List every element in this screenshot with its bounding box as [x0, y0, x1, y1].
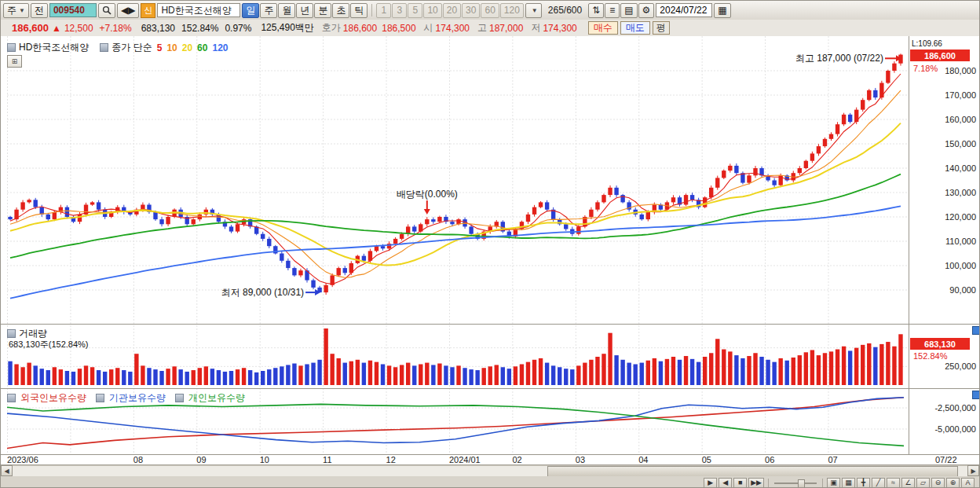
print-icon[interactable]: ▤: [620, 3, 637, 18]
holders-series-label: 개인보유수량: [188, 391, 245, 405]
svg-text:110,000: 110,000: [945, 237, 976, 246]
pane-icon: [175, 394, 184, 402]
scroll-right-button[interactable]: ▶: [967, 465, 979, 476]
price-pane-header: HD한국조선해양 종가 단순 5102060120: [7, 41, 228, 54]
open-price: 174,300: [436, 23, 470, 34]
speed-slider[interactable]: [773, 478, 818, 488]
svg-text:최저 89,000 (10/31): 최저 89,000 (10/31): [221, 287, 304, 298]
svg-text:08: 08: [133, 455, 143, 464]
calendar-button[interactable]: ▦: [714, 3, 730, 18]
period-button-초[interactable]: 초: [332, 3, 349, 18]
text-tool-button[interactable]: A: [961, 478, 975, 488]
stock-code-input[interactable]: [49, 3, 97, 17]
svg-text:-5,000,000: -5,000,000: [934, 424, 976, 434]
period-button-일[interactable]: 일: [242, 3, 259, 18]
zoom-in-button[interactable]: ⊕: [946, 478, 960, 488]
period-button-월[interactable]: 월: [278, 3, 295, 18]
svg-text:04: 04: [638, 455, 648, 464]
stock-prev-next-button[interactable]: ◀▶: [117, 3, 139, 18]
interval-button-20[interactable]: 20: [443, 3, 461, 18]
pane-icon: [7, 329, 16, 338]
svg-text:150,000: 150,000: [945, 139, 976, 149]
step-back-button[interactable]: ◀: [719, 478, 732, 488]
interval-dropdown[interactable]: ▼: [525, 3, 542, 18]
svg-text:2023/06: 2023/06: [7, 455, 38, 464]
search-icon: [102, 6, 112, 15]
svg-text:180,000: 180,000: [945, 66, 976, 75]
period-button-주[interactable]: 주: [260, 3, 277, 18]
pane-icon: [96, 394, 104, 402]
sell-button[interactable]: 매도: [620, 21, 650, 35]
zoom-out-button[interactable]: ⊖: [931, 478, 945, 488]
chart-title: HD한국조선해양: [19, 41, 89, 54]
svg-text:07: 07: [828, 455, 837, 464]
pane-icon: [100, 43, 108, 52]
date-input[interactable]: [656, 3, 712, 17]
high-price: 187,000: [489, 23, 523, 34]
holders-pane-expand-button[interactable]: [972, 391, 980, 399]
stop-button[interactable]: ■: [733, 478, 747, 488]
svg-text:-2,500,000: -2,500,000: [934, 403, 976, 413]
scrollbar-thumb[interactable]: [547, 466, 958, 477]
svg-text:120,000: 120,000: [945, 212, 976, 222]
volume-badge-pct: 152.84%: [913, 351, 947, 361]
new-window-icon[interactable]: ▣: [827, 478, 840, 488]
crosshair-tool-icon[interactable]: ╋: [857, 478, 870, 488]
buy-button[interactable]: 매수: [588, 21, 618, 35]
interval-button-10[interactable]: 10: [423, 3, 441, 18]
svg-text:250,000: 250,000: [945, 361, 976, 371]
divider: [768, 479, 769, 487]
shape-tool-icon[interactable]: ▱: [916, 478, 930, 488]
current-change-pct: 7.18%: [913, 64, 938, 73]
all-market-button[interactable]: 전: [31, 3, 48, 18]
trade-amount: 125,490백만: [261, 21, 313, 35]
tools-group: ▣▦╋╱≈∠▱⊖⊕A: [827, 478, 975, 488]
slider-handle[interactable]: [798, 479, 805, 488]
last-indicator-label: L:109.66: [912, 39, 942, 48]
calendar-icon: ▦: [718, 5, 726, 16]
price-change: 12,500: [64, 23, 93, 34]
scrollbar-track[interactable]: [13, 465, 967, 477]
play-button[interactable]: ▶: [704, 478, 717, 488]
gear-icon[interactable]: ⚙: [638, 3, 655, 18]
interval-button-30[interactable]: 30: [462, 3, 480, 18]
holders-series-label: 기관보유수량: [109, 391, 166, 405]
search-button[interactable]: [98, 3, 115, 18]
period-button-틱[interactable]: 틱: [350, 3, 368, 18]
svg-text:12: 12: [386, 455, 396, 464]
svg-text:09: 09: [196, 455, 206, 464]
edit-list-icon[interactable]: ≡: [605, 3, 620, 18]
ma-legend: 5102060120: [152, 42, 229, 53]
period-button-group: 일주월년분초틱: [242, 3, 368, 18]
stock-name-field: HD한국조선해양: [157, 3, 240, 17]
period-button-분[interactable]: 분: [314, 3, 331, 18]
ask-price: 186,600: [343, 23, 377, 34]
svg-text:11: 11: [323, 455, 331, 464]
fast-forward-button[interactable]: ▶▶: [748, 478, 764, 488]
type-combo[interactable]: 주 ▼: [3, 3, 29, 18]
volume-pane-expand-button[interactable]: [972, 326, 980, 335]
avg-button[interactable]: 평: [653, 21, 670, 35]
interval-button-3[interactable]: 3: [392, 3, 407, 18]
svg-text:배당락(0.00%): 배당락(0.00%): [397, 189, 458, 200]
chart-area: 180,000170,000160,000150,000140,000130,0…: [1, 36, 980, 464]
interval-button-120[interactable]: 120: [500, 3, 524, 18]
high-label: 고: [477, 21, 487, 35]
chart-grid-button[interactable]: ⊞: [7, 55, 22, 68]
chevron-down-icon: ▼: [19, 7, 25, 14]
wave-tool-icon[interactable]: ≈: [887, 478, 900, 488]
interval-button-1[interactable]: 1: [376, 3, 391, 18]
low-price: 174,300: [543, 23, 576, 34]
dual-window-icon[interactable]: ▦: [842, 478, 855, 488]
scroll-left-button[interactable]: ◀: [1, 465, 13, 476]
interval-button-5[interactable]: 5: [408, 3, 422, 18]
bottom-toolbar: ▶◀■▶▶ ▣▦╋╱≈∠▱⊖⊕A: [1, 476, 979, 488]
trendline-tool-icon[interactable]: ╱: [872, 478, 885, 488]
toolbar-icon-group: ⇅≡▤⚙: [588, 3, 654, 18]
horizontal-scrollbar[interactable]: ◀ ▶: [1, 464, 979, 477]
holders-pane-header: 외국인보유수량기관보유수량개인보유수량: [7, 391, 253, 405]
angle-tool-icon[interactable]: ∠: [901, 478, 915, 488]
compare-icon[interactable]: ⇅: [588, 3, 604, 18]
period-button-년[interactable]: 년: [296, 3, 313, 18]
interval-button-60[interactable]: 60: [481, 3, 499, 18]
